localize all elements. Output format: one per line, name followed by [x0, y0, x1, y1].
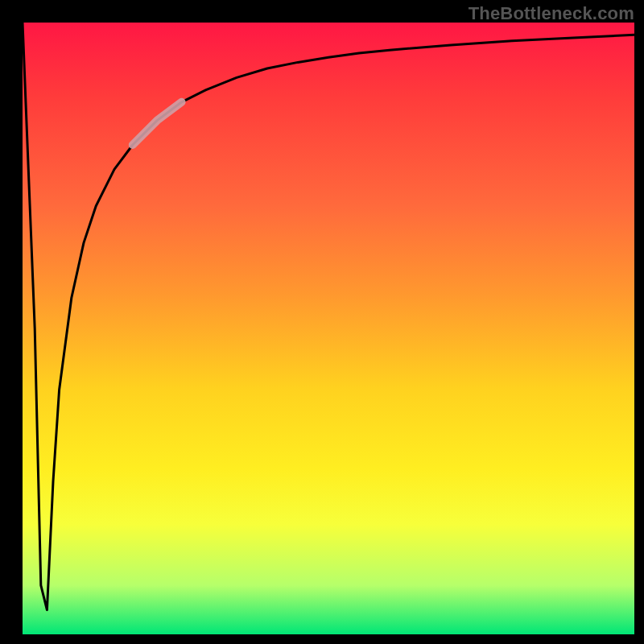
- curve-svg: [23, 23, 634, 634]
- chart-frame: TheBottleneck.com: [0, 0, 644, 644]
- plot-area: [23, 23, 634, 634]
- highlight-segment: [133, 102, 182, 145]
- watermark-label: TheBottleneck.com: [469, 3, 634, 24]
- bottleneck-curve: [23, 23, 634, 610]
